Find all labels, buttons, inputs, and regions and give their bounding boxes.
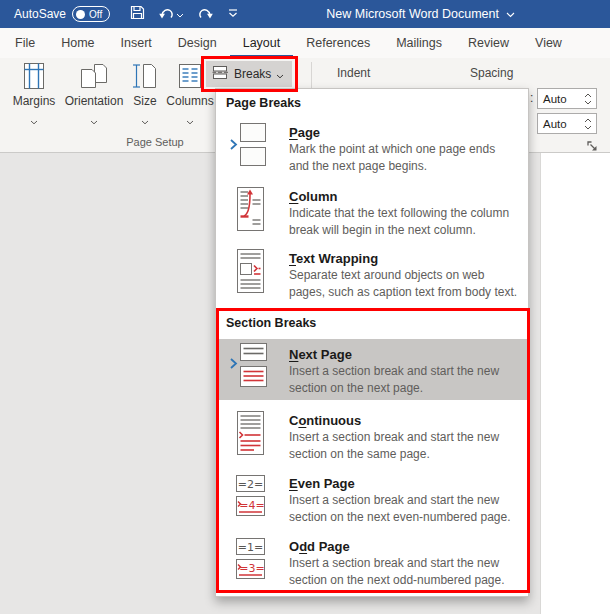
spacing-before-input[interactable]: Auto (537, 88, 597, 109)
menu-item-continuous-break[interactable]: Continuous Insert a section break and st… (216, 407, 528, 469)
svg-text:=3=: =3= (239, 562, 264, 575)
columns-icon (177, 60, 203, 92)
indent-label: Indent (337, 66, 370, 80)
breaks-dropdown-icon (276, 65, 284, 83)
svg-text:=2=: =2= (238, 478, 263, 491)
menu-item-label: Page (289, 125, 528, 141)
menu-item-desc: Separate text around objects on webpages… (289, 267, 528, 301)
even-page-break-icon: =2==4= (230, 472, 270, 524)
tab-references[interactable]: References (293, 28, 383, 58)
menu-item-label: Column (289, 189, 528, 205)
menu-item-desc: Insert a section break and start the new… (289, 555, 528, 589)
document-title-text: New Microsoft Word Document (326, 7, 499, 21)
autosave-toggle[interactable]: Off (72, 6, 110, 22)
continuous-break-icon (230, 409, 270, 461)
size-dropdown-icon (141, 111, 149, 129)
spacing-before-stepper[interactable] (584, 93, 596, 105)
text-wrapping-break-icon (230, 247, 270, 299)
menu-item-column-break[interactable]: Column Indicate that the text following … (216, 183, 528, 245)
menu-item-odd-page-break[interactable]: =1==3= Odd Page Insert a section break a… (216, 533, 528, 595)
tab-insert[interactable]: Insert (108, 28, 165, 58)
columns-dropdown-icon (186, 111, 194, 129)
orientation-icon (79, 60, 109, 92)
menu-item-even-page-break[interactable]: =2==4= Even Page Insert a section break … (216, 470, 528, 532)
undo-button[interactable] (153, 3, 189, 26)
breaks-menu: Page Breaks Page Mark the point at which… (215, 88, 529, 597)
tab-review[interactable]: Review (455, 28, 522, 58)
size-icon (132, 60, 158, 92)
undo-icon (158, 5, 176, 24)
document-title[interactable]: New Microsoft Word Document (326, 0, 515, 28)
spacing-after-input[interactable]: Auto (537, 113, 597, 134)
document-page[interactable] (540, 153, 610, 614)
spacing-label: Spacing (470, 66, 513, 80)
menu-item-label: Continuous (289, 413, 528, 429)
tab-file[interactable]: File (2, 28, 48, 58)
spacing-after-stepper[interactable] (584, 118, 596, 130)
quick-access-toolbar (124, 2, 245, 26)
menu-item-page-break[interactable]: Page Mark the point at which one page en… (216, 119, 528, 181)
redo-button[interactable] (191, 3, 219, 26)
columns-label: Columns (166, 94, 213, 108)
menu-item-label: Odd Page (289, 539, 528, 555)
menu-item-next-page-break[interactable]: Next Page Insert a section break and sta… (216, 339, 528, 400)
tab-mailings[interactable]: Mailings (383, 28, 455, 58)
orientation-button[interactable]: Orientation (62, 60, 126, 129)
spacing-before-value: Auto (543, 93, 567, 105)
tab-home[interactable]: Home (48, 28, 107, 58)
section-breaks-header: Section Breaks (226, 316, 316, 330)
more-commands-icon (226, 7, 240, 22)
orientation-dropdown-icon (90, 111, 98, 129)
autosave-state: Off (89, 9, 102, 20)
menu-item-label: Next Page (289, 347, 528, 363)
titlebar: AutoSave Off New Microsoft Word Document (0, 0, 610, 28)
breaks-label: Breaks (234, 67, 271, 81)
menu-item-text-wrapping-break[interactable]: Text Wrapping Separate text around objec… (216, 245, 528, 307)
paragraph-dialog-launcher[interactable] (587, 140, 600, 153)
breaks-icon (212, 65, 229, 84)
breaks-button[interactable]: Breaks (206, 61, 292, 87)
svg-text:=1=: =1= (238, 541, 263, 554)
autosave-label: AutoSave (14, 7, 66, 21)
menu-item-desc: Mark the point at which one page endsand… (289, 141, 528, 175)
redo-icon (196, 5, 214, 24)
menu-item-desc: Insert a section break and start the new… (289, 492, 528, 526)
margins-label: Margins (13, 94, 56, 108)
size-label: Size (133, 94, 156, 108)
next-page-break-icon (230, 341, 270, 393)
menu-item-desc: Insert a section break and start the new… (289, 429, 528, 463)
menu-item-desc: Insert a section break and start the new… (289, 363, 528, 397)
autosave-toggle-knob (76, 10, 85, 19)
page-breaks-header: Page Breaks (226, 96, 301, 110)
orientation-label: Orientation (65, 94, 124, 108)
tab-layout[interactable]: Layout (230, 28, 294, 58)
spacing-before-colon: : (530, 91, 533, 105)
customize-qat-button[interactable] (221, 5, 245, 24)
margins-button[interactable]: Margins (6, 60, 62, 129)
margins-icon (21, 60, 47, 92)
page-break-icon (230, 121, 270, 173)
menu-item-label: Even Page (289, 476, 528, 492)
odd-page-break-icon: =1==3= (230, 535, 270, 587)
margins-dropdown-icon (30, 111, 38, 129)
size-button[interactable]: Size (124, 60, 166, 129)
tab-view[interactable]: View (522, 28, 575, 58)
column-break-icon (230, 185, 270, 237)
menu-item-label: Text Wrapping (289, 251, 528, 267)
undo-dropdown-icon (176, 7, 184, 22)
save-icon (129, 4, 146, 24)
svg-text:=4=: =4= (239, 499, 264, 512)
tab-design[interactable]: Design (165, 28, 230, 58)
menu-item-desc: Indicate that the text following the col… (289, 205, 528, 239)
save-button[interactable] (124, 2, 151, 26)
title-chevron-down-icon (506, 7, 515, 21)
ribbon-tab-bar: File Home Insert Design Layout Reference… (0, 28, 610, 58)
autosave-control: AutoSave Off (14, 6, 110, 22)
spacing-after-value: Auto (543, 118, 567, 130)
